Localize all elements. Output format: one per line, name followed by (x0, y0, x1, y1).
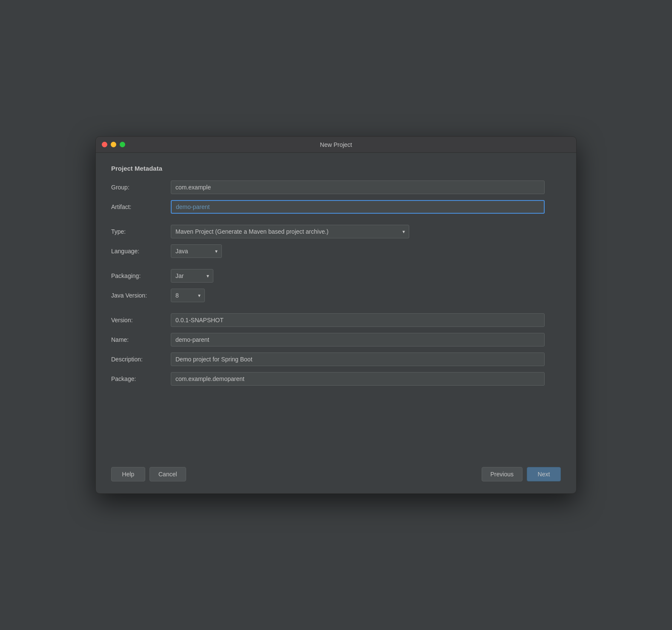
form-area: Group: Artifact: Type: Maven Project (Ge… (111, 180, 561, 460)
group-row: Group: (111, 180, 561, 194)
language-select[interactable]: Java Kotlin Groovy (171, 244, 222, 258)
type-row: Type: Maven Project (Generate a Maven ba… (111, 225, 561, 238)
name-input[interactable] (171, 333, 545, 346)
footer-left: Help Cancel (111, 467, 186, 481)
package-row: Package: (111, 372, 561, 386)
type-dropdown-wrapper: Maven Project (Generate a Maven based pr… (171, 225, 409, 238)
java-version-row: Java Version: 8 11 17 21 ▼ (111, 289, 561, 302)
artifact-input[interactable] (171, 200, 545, 214)
package-label: Package: (111, 375, 171, 382)
packaging-select[interactable]: Jar War (171, 269, 213, 283)
close-button[interactable] (102, 142, 107, 147)
previous-button[interactable]: Previous (482, 467, 523, 481)
type-label: Type: (111, 228, 171, 235)
window: New Project Project Metadata Group: Arti… (95, 136, 577, 494)
window-title: New Project (320, 141, 352, 148)
language-dropdown-wrapper: Java Kotlin Groovy ▼ (171, 244, 222, 258)
package-input[interactable] (171, 372, 545, 386)
packaging-dropdown-wrapper: Jar War ▼ (171, 269, 213, 283)
version-row: Version: (111, 313, 561, 327)
language-label: Language: (111, 248, 171, 255)
description-row: Description: (111, 352, 561, 366)
footer-right: Previous Next (482, 467, 561, 481)
version-input[interactable] (171, 313, 545, 327)
maximize-button[interactable] (120, 142, 125, 147)
description-input[interactable] (171, 352, 545, 366)
title-bar: New Project (96, 137, 576, 153)
content-area: Project Metadata Group: Artifact: Type: … (96, 153, 576, 493)
group-input[interactable] (171, 180, 545, 194)
java-version-dropdown-wrapper: 8 11 17 21 ▼ (171, 289, 205, 302)
java-version-label: Java Version: (111, 292, 171, 299)
help-button[interactable]: Help (111, 467, 145, 481)
window-controls (102, 142, 125, 147)
next-button[interactable]: Next (527, 467, 561, 481)
cancel-button[interactable]: Cancel (149, 467, 186, 481)
version-label: Version: (111, 317, 171, 324)
group-label: Group: (111, 184, 171, 191)
packaging-label: Packaging: (111, 272, 171, 279)
section-title: Project Metadata (111, 165, 561, 172)
language-row: Language: Java Kotlin Groovy ▼ (111, 244, 561, 258)
minimize-button[interactable] (111, 142, 116, 147)
type-select[interactable]: Maven Project (Generate a Maven based pr… (171, 225, 409, 238)
java-version-select[interactable]: 8 11 17 21 (171, 289, 205, 302)
name-row: Name: (111, 333, 561, 346)
name-label: Name: (111, 336, 171, 343)
artifact-label: Artifact: (111, 203, 171, 210)
footer: Help Cancel Previous Next (111, 460, 561, 481)
description-label: Description: (111, 356, 171, 363)
packaging-row: Packaging: Jar War ▼ (111, 269, 561, 283)
artifact-row: Artifact: (111, 200, 561, 214)
